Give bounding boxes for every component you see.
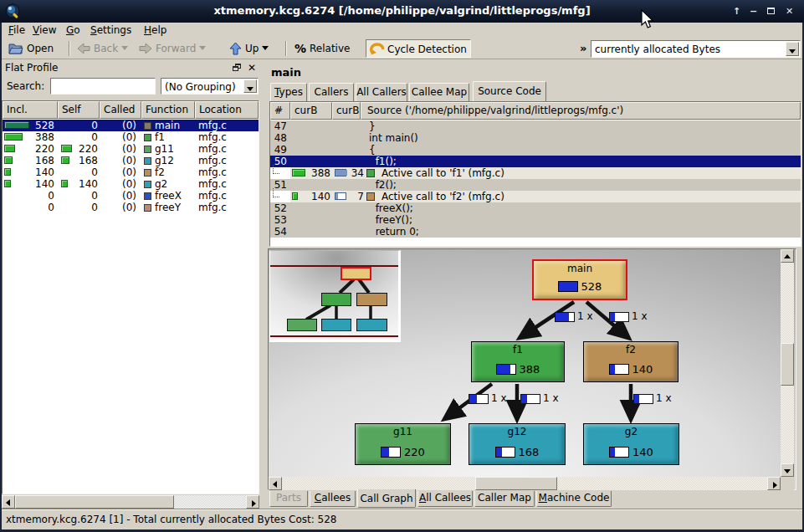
active-call-row[interactable]: 140 7 Active call to 'f2' (mfg.c) — [270, 191, 801, 202]
table-row-f1[interactable]: 388 0 (0) f1 mfg.c — [3, 131, 259, 143]
column-header-function[interactable]: Function — [141, 101, 195, 119]
active-call-row[interactable]: 388 34 Active call to 'f1' (mfg.c) — [270, 167, 801, 179]
tab-source-code[interactable]: Source Code — [473, 81, 546, 101]
combobox-arrow-button[interactable] — [243, 79, 257, 93]
minimize-button[interactable]: − — [746, 5, 760, 18]
dock-float-button[interactable] — [233, 64, 241, 72]
source-line[interactable]: 54 return 0; — [270, 226, 801, 238]
edge-label-main-f1[interactable]: 1 x — [555, 311, 593, 323]
graph-node-f1[interactable]: f1 388 — [471, 341, 565, 382]
open-button[interactable]: Open — [5, 39, 57, 58]
graph-node-main[interactable]: main 528 — [532, 259, 627, 300]
column-header-called[interactable]: Called — [100, 101, 141, 119]
dock-close-button[interactable]: ✕ — [248, 61, 256, 74]
column-header-self[interactable]: Self — [58, 101, 100, 119]
back-dropdown-icon — [121, 46, 128, 50]
menu-file[interactable]: File — [5, 23, 28, 38]
open-folder-icon — [8, 42, 23, 54]
edge-label-main-f2[interactable]: 1 x — [609, 311, 648, 323]
shade-button[interactable]: ↑ — [730, 5, 744, 18]
table-row-g2[interactable]: 140 140 (0) g2 mfg.c — [3, 178, 259, 190]
dock-title: Flat Profile — [5, 62, 58, 74]
edge-label-f2-g2[interactable]: 1 x — [633, 393, 672, 405]
incl-bar — [4, 180, 11, 187]
back-button[interactable]: Back — [74, 39, 131, 58]
table-row-freeY[interactable]: 0 0 (0) freeY mfg.c — [3, 202, 259, 213]
tab-all-callers[interactable]: All Callers — [356, 83, 407, 101]
graph-node-g12[interactable]: g12 168 — [469, 423, 566, 465]
flat-profile-hscrollbar[interactable] — [2, 495, 259, 509]
up-label: Up — [245, 43, 259, 54]
table-row-main[interactable]: 528 0 (0) main mfg.c — [3, 120, 259, 131]
edge-label-f1-g11[interactable]: 1 x — [469, 393, 507, 405]
scrollbar-thumb[interactable] — [475, 477, 557, 490]
toolbar-overflow-button[interactable]: » — [580, 42, 586, 54]
title-bar[interactable]: xtmemory.kcg.6274 [/home/philippe/valgri… — [0, 0, 804, 23]
menu-go[interactable]: Go — [63, 23, 84, 38]
table-row-freeX[interactable]: 0 0 (0) freeX mfg.c — [3, 190, 259, 202]
source-line-selected[interactable]: 50 f1(); — [270, 156, 801, 167]
combobox-arrow-button[interactable] — [786, 42, 799, 56]
edge-cost-bar — [609, 312, 629, 322]
scroll-right-button[interactable] — [246, 495, 259, 509]
menu-settings[interactable]: Settings — [87, 23, 135, 38]
column-header-line[interactable]: # — [270, 102, 290, 120]
column-header-incl[interactable]: Incl. — [3, 101, 58, 119]
table-row-g11[interactable]: 220 220 (0) g11 mfg.c — [3, 143, 259, 155]
edge-cost-bar — [555, 312, 575, 322]
graph-node-f2[interactable]: f2 140 — [583, 341, 679, 382]
tab-callee-map[interactable]: Callee Map — [409, 83, 469, 101]
menu-view[interactable]: View — [29, 23, 59, 38]
tab-machine-code[interactable]: Machine Code — [536, 491, 612, 507]
source-line[interactable]: 53 freeY(); — [270, 214, 801, 226]
column-header-curB[interactable]: curB — [290, 102, 332, 120]
relative-button[interactable]: %Relative — [291, 39, 353, 58]
tab-callers[interactable]: Callers — [309, 83, 354, 101]
graph-node-g2[interactable]: g2 140 — [583, 423, 679, 465]
source-line[interactable]: 47} — [270, 120, 801, 132]
scrollbar-thumb[interactable] — [15, 495, 174, 509]
column-header-curBk[interactable]: curBk — [332, 102, 361, 120]
forward-label: Forward — [156, 43, 196, 54]
menu-help[interactable]: Help — [141, 23, 170, 38]
scrollbar-thumb[interactable] — [781, 343, 794, 386]
scroll-left-button[interactable] — [2, 495, 15, 509]
call-graph-overview[interactable] — [269, 250, 401, 342]
scroll-down-button[interactable] — [781, 463, 794, 477]
maximize-button[interactable] — [764, 5, 778, 18]
grouping-combobox[interactable]: (No Grouping) — [161, 78, 259, 95]
source-line[interactable]: 52 freeX(); — [270, 202, 801, 214]
scroll-left-button[interactable] — [269, 477, 282, 490]
source-line[interactable]: 49{ — [270, 144, 801, 156]
dock-title-bar[interactable]: Flat Profile ✕ — [3, 61, 259, 75]
source-line[interactable]: 51 f2(); — [270, 179, 801, 191]
event-type-combobox[interactable]: currently allocated Bytes — [591, 40, 801, 58]
forward-button[interactable]: Forward — [136, 39, 209, 58]
source-line[interactable]: 48int main() — [270, 132, 801, 144]
function-color-icon — [144, 192, 151, 200]
tab-call-graph[interactable]: Call Graph — [357, 489, 416, 508]
edge-label-f1-g12[interactable]: 1 x — [520, 393, 559, 405]
tab-caller-map[interactable]: Caller Map — [474, 491, 535, 507]
cycle-detection-button[interactable]: Cycle Detection — [366, 39, 471, 58]
source-view: # curB curBk Source ('/home/philippe/val… — [269, 101, 801, 247]
scroll-up-button[interactable] — [781, 249, 794, 263]
tab-callees[interactable]: Callees — [310, 491, 356, 507]
chevron-down-icon — [247, 87, 253, 91]
cost-bar — [609, 364, 629, 375]
close-button[interactable]: ✕ — [782, 5, 796, 18]
column-header-location[interactable]: Location — [195, 101, 259, 119]
graph-node-g11[interactable]: g11 220 — [355, 423, 451, 465]
scroll-right-button[interactable] — [767, 477, 781, 490]
graph-hscrollbar[interactable] — [269, 477, 781, 490]
function-color-icon — [144, 169, 151, 176]
column-header-source[interactable]: Source ('/home/philippe/valgrind/littlep… — [361, 102, 801, 120]
graph-vscrollbar[interactable] — [781, 249, 794, 477]
search-input[interactable] — [50, 78, 156, 95]
up-button[interactable]: Up — [226, 39, 272, 58]
table-row-f2[interactable]: 140 0 (0) f2 mfg.c — [3, 166, 259, 178]
call-graph-canvas[interactable]: main 528 f1 388 f2 140 g11 220 g12 168 g… — [269, 249, 796, 489]
tab-types[interactable]: Types — [270, 83, 307, 101]
tab-all-callees[interactable]: All Callees — [417, 491, 473, 507]
table-row-g12[interactable]: 168 168 (0) g12 mfg.c — [3, 155, 259, 166]
